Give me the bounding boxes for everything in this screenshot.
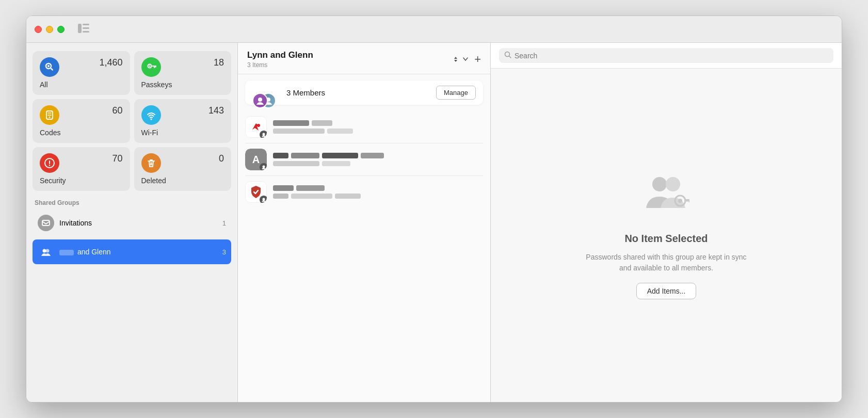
shared-groups-section-title: Shared Groups — [33, 199, 231, 206]
pw-user-2 — [273, 161, 483, 166]
sidebar-item-codes[interactable]: 60 Codes — [33, 99, 130, 143]
sort-icon — [451, 55, 461, 63]
search-input[interactable] — [515, 52, 828, 60]
pw-name-3 — [273, 185, 483, 191]
deleted-label: Deleted — [141, 176, 224, 185]
svg-point-8 — [149, 66, 150, 67]
svg-point-17 — [46, 249, 50, 253]
pw-icon-3 — [245, 181, 267, 203]
shared-badge-icon — [261, 132, 266, 137]
right-panel: No Item Selected Passwords shared with t… — [491, 43, 842, 402]
card-top-passkeys: 18 — [141, 57, 224, 77]
svg-rect-15 — [42, 220, 50, 226]
fullscreen-button[interactable] — [57, 26, 65, 33]
passkeys-label: Passkeys — [141, 81, 224, 89]
svg-point-11 — [150, 119, 152, 120]
sidebar-toggle-button[interactable] — [77, 23, 90, 36]
add-items-button[interactable]: Add Items... — [636, 283, 697, 299]
svg-point-14 — [49, 165, 50, 166]
sidebar-item-all[interactable]: 1,460 All — [33, 51, 130, 95]
password-list: A — [238, 111, 490, 402]
all-icon — [40, 57, 59, 77]
item-2-badge — [260, 163, 267, 170]
svg-rect-5 — [51, 68, 54, 71]
app-window: 1,460 All — [26, 15, 842, 403]
passkeys-count: 18 — [214, 57, 224, 68]
password-item-3[interactable] — [245, 176, 483, 208]
password-item-1[interactable] — [245, 111, 483, 143]
item-3-badge — [260, 196, 267, 203]
sidebar-item-invitations[interactable]: Invitations 1 — [33, 211, 231, 235]
members-row: 3 Members Manage — [245, 81, 483, 105]
middle-header: Lynn and Glenn 3 Items + — [238, 43, 490, 74]
item-1-badge — [260, 131, 267, 138]
invitations-icon — [38, 215, 54, 231]
sidebar-item-wifi[interactable]: 143 Wi-Fi — [134, 99, 232, 143]
wifi-count: 143 — [208, 105, 224, 116]
no-item-icon — [643, 172, 689, 221]
lynn-and-glenn-icon — [38, 244, 54, 260]
sidebar-toggle-icon — [78, 24, 89, 33]
pw-user-1 — [273, 128, 483, 134]
avatar-person-icon — [255, 96, 265, 105]
svg-point-21 — [263, 133, 265, 136]
middle-subtitle: 3 Items — [247, 61, 313, 69]
sidebar-item-passkeys[interactable]: 18 Passkeys — [134, 51, 232, 95]
security-count: 70 — [112, 153, 122, 164]
svg-rect-31 — [686, 199, 688, 202]
chevron-down-icon — [463, 57, 468, 61]
pw-name-1 — [273, 120, 483, 126]
avatar-1 — [252, 93, 268, 108]
security-label: Security — [40, 176, 123, 185]
svg-rect-3 — [83, 31, 89, 33]
sidebar-item-lynn-and-glenn[interactable]: and Glenn 3 — [33, 239, 231, 264]
card-top-all: 1,460 — [40, 57, 123, 77]
codes-label: Codes — [40, 128, 123, 137]
invitations-count: 1 — [222, 219, 226, 227]
svg-point-6 — [47, 65, 50, 67]
members-count-text: 3 Members — [286, 88, 431, 97]
manage-button[interactable]: Manage — [436, 86, 476, 100]
deleted-icon — [141, 153, 161, 173]
pw-info-2 — [273, 153, 483, 166]
svg-rect-13 — [49, 160, 50, 164]
svg-point-16 — [43, 249, 46, 253]
category-grid: 1,460 All — [33, 51, 231, 191]
search-bar — [491, 43, 842, 69]
card-top-codes: 60 — [40, 105, 123, 125]
svg-point-28 — [678, 199, 682, 203]
card-top-wifi: 143 — [141, 105, 224, 125]
wifi-label: Wi-Fi — [141, 128, 224, 137]
content-area: 1,460 All — [26, 43, 842, 402]
sidebar-item-security[interactable]: 70 Security — [33, 147, 130, 191]
no-item-title: No Item Selected — [624, 233, 708, 245]
svg-point-23 — [263, 198, 265, 201]
invitations-label: Invitations — [59, 219, 217, 227]
security-icon — [40, 153, 59, 173]
close-button[interactable] — [35, 26, 42, 33]
shared-badge-icon-3 — [261, 197, 266, 202]
svg-rect-0 — [78, 24, 82, 33]
minimize-button[interactable] — [46, 26, 53, 33]
traffic-lights — [35, 26, 65, 33]
header-actions: + — [451, 54, 481, 65]
middle-title-block: Lynn and Glenn 3 Items — [247, 50, 313, 69]
svg-point-18 — [258, 98, 262, 102]
sidebar: 1,460 All — [26, 43, 238, 402]
svg-rect-2 — [83, 27, 89, 29]
svg-rect-1 — [83, 24, 89, 25]
password-item-2[interactable]: A — [245, 143, 483, 176]
card-top-deleted: 0 — [141, 153, 224, 173]
titlebar — [26, 16, 842, 43]
pw-info-3 — [273, 185, 483, 199]
add-button[interactable]: + — [474, 54, 481, 65]
middle-panel: Lynn and Glenn 3 Items + — [238, 43, 491, 402]
shared-badge-icon-2 — [261, 165, 266, 170]
codes-icon — [40, 105, 59, 125]
svg-point-24 — [505, 52, 510, 57]
pw-info-1 — [273, 120, 483, 134]
svg-point-26 — [666, 177, 680, 191]
sidebar-item-deleted[interactable]: 0 Deleted — [134, 147, 232, 191]
pw-name-2 — [273, 153, 483, 158]
sort-button[interactable] — [451, 55, 468, 63]
